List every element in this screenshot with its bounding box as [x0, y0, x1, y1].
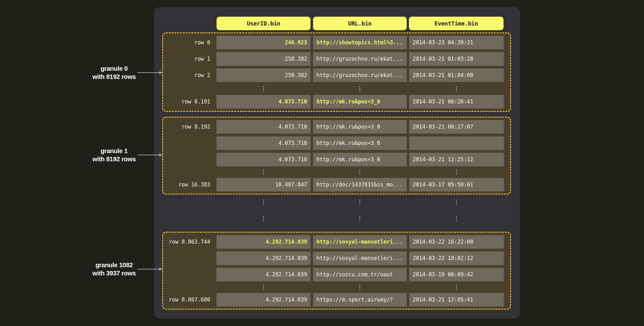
userid-cell: 4.292.714.039 — [217, 293, 311, 307]
vertical-ellipsis-icon: ⋮ — [409, 212, 504, 225]
eventtime-cell: 2014-03-21 00:26:41 — [409, 95, 504, 108]
arrow-to-granule-0 — [137, 72, 160, 73]
ellipsis-row: ⋮⋮⋮ — [163, 212, 510, 225]
row-label: row 8.192 — [163, 120, 214, 134]
granule-1-label-line: granule 1 — [73, 147, 155, 155]
row-label: row 0 — [163, 36, 214, 49]
eventtime-cell: 2014-03-22 16:22:00 — [409, 235, 504, 249]
column-header-userid-bin: UserID.bin — [217, 17, 311, 30]
table-row: 4.073.710http://mk.ru&pos=3_02014-03-21 … — [163, 153, 510, 166]
eventtime-cell: 2014-03-21 01:04:08 — [409, 69, 504, 82]
url-cell: http://doc/1437831&is_mo... — [313, 178, 407, 191]
granule-1082-label-line: with 3937 rows — [73, 269, 155, 277]
url-cell: http://sosyal-mansetleri... — [313, 251, 407, 265]
between-granules-ellipsis: ⋮⋮⋮⋮⋮⋮ — [163, 195, 510, 225]
row-label — [163, 153, 214, 166]
vertical-ellipsis-icon: ⋮ — [217, 212, 311, 225]
granule-0-label-line: granule 0 — [73, 64, 155, 73]
row-label — [163, 136, 214, 150]
row-label — [163, 212, 214, 225]
vertical-ellipsis-icon: ⋮ — [409, 284, 504, 290]
column-header-url-bin: URL.bin — [313, 17, 407, 30]
granule-1-box: row 8.1924.073.710http://mk.ru&pos=3_020… — [162, 117, 511, 195]
table-row: row 8.1914.073.710http://mk.ru&pos=3_020… — [163, 95, 510, 108]
url-cell: https://m.sport.airway/? — [313, 293, 407, 307]
eventtime-cell: 2014-03-21 00:27:07 — [409, 120, 504, 134]
url-cell: http://mk.ru&pos=3_0 — [313, 120, 407, 134]
vertical-ellipsis-icon: ⋮ — [409, 195, 504, 208]
url-cell: http://showtopics.html%3... — [313, 36, 407, 49]
granule-1082-label-line: granule 1082 — [73, 261, 155, 269]
table-row: row 2258.382http://gruzochno.ru/ekat...2… — [163, 69, 510, 82]
column-files-panel: UserID.bin URL.bin EventTime.bin ⋮⋮⋮⋮⋮⋮ … — [154, 7, 520, 318]
granules-diagram: UserID.bin URL.bin EventTime.bin ⋮⋮⋮⋮⋮⋮ … — [0, 0, 644, 326]
ellipsis-row: ⋮⋮⋮ — [163, 284, 510, 290]
row-label — [163, 284, 214, 290]
row-label: row 2 — [163, 69, 214, 82]
vertical-ellipsis-icon: ⋮ — [313, 195, 407, 208]
arrow-to-granule-1082 — [137, 269, 160, 269]
userid-cell: 10.487.847 — [217, 178, 311, 191]
row-label — [163, 268, 214, 281]
vertical-ellipsis-icon: ⋮ — [217, 195, 311, 208]
vertical-ellipsis-icon: ⋮ — [217, 169, 311, 175]
ellipsis-row: ⋮⋮⋮ — [163, 195, 510, 208]
userid-cell: 4.292.714.039 — [217, 268, 311, 281]
table-row: row 0240.923http://showtopics.html%3...2… — [163, 36, 510, 49]
eventtime-cell: 2014-03-23 04:39:21 — [409, 36, 504, 49]
table-row: 4.073.710http://mk.ru&pos=3_0 — [163, 136, 510, 150]
vertical-ellipsis-icon: ⋮ — [217, 284, 311, 290]
url-cell: http://gruzochno.ru/ekat... — [313, 69, 407, 82]
row-label — [163, 251, 214, 265]
row-label: row 8.191 — [163, 95, 214, 108]
vertical-ellipsis-icon: ⋮ — [313, 85, 407, 92]
eventtime-cell — [409, 136, 504, 150]
eventtime-cell: 2014-03-17 05:50:01 — [409, 178, 504, 191]
column-header-eventtime-bin: EventTime.bin — [409, 17, 504, 30]
vertical-ellipsis-icon: ⋮ — [313, 169, 407, 175]
url-cell: http://sozcu.com.tr/oaut — [313, 268, 407, 281]
vertical-ellipsis-icon: ⋮ — [313, 284, 407, 290]
userid-cell: 4.292.714.039 — [217, 235, 311, 249]
userid-cell: 258.382 — [217, 52, 311, 66]
granule-0-box: row 0240.923http://showtopics.html%3...2… — [162, 32, 511, 112]
vertical-ellipsis-icon: ⋮ — [217, 85, 311, 92]
row-label — [163, 169, 214, 175]
row-label: row 8.867.680 — [163, 293, 214, 307]
url-cell: http://gruzochno.ru/ekat... — [313, 52, 407, 66]
granule-1-label-line: with 8192 rows — [73, 155, 155, 163]
table-row: 4.292.714.039http://sozcu.com.tr/oaut201… — [163, 268, 510, 281]
userid-cell: 4.292.714.039 — [217, 251, 311, 265]
row-label — [163, 85, 214, 92]
eventtime-cell: 2014-03-21 01:03:28 — [409, 52, 504, 66]
arrow-to-granule-1 — [137, 155, 160, 155]
table-row: row 8.1924.073.710http://mk.ru&pos=3_020… — [163, 120, 510, 134]
granule-0-label-line: with 8192 rows — [73, 73, 155, 81]
url-cell: http://mk.ru&pos=3_0 — [313, 153, 407, 166]
table-row: 4.292.714.039http://sosyal-mansetleri...… — [163, 251, 510, 265]
eventtime-cell: 2014-03-19 00:09:42 — [409, 268, 504, 281]
row-label: row 16.383 — [163, 178, 214, 191]
vertical-ellipsis-icon: ⋮ — [313, 212, 407, 225]
table-row: row 16.38310.487.847http://doc/1437831&i… — [163, 178, 510, 191]
table-row: row 1258.382http://gruzochno.ru/ekat...2… — [163, 52, 510, 66]
eventtime-cell: 2014-03-21 12:05:41 — [409, 293, 504, 307]
url-cell: http://mk.ru&pos=3_0 — [313, 95, 407, 108]
eventtime-cell: 2014-03-22 18:02:12 — [409, 251, 504, 265]
row-label — [163, 195, 214, 208]
eventtime-cell: 2014-03-21 12:25:12 — [409, 153, 504, 166]
vertical-ellipsis-icon: ⋮ — [409, 85, 504, 92]
ellipsis-row: ⋮⋮⋮ — [163, 169, 510, 175]
userid-cell: 240.923 — [217, 36, 311, 49]
userid-cell: 258.382 — [217, 69, 311, 82]
table-row: row 8.867.6804.292.714.039https://m.spor… — [163, 293, 510, 307]
url-cell: http://sosyal-mansetleri... — [313, 235, 407, 249]
row-label: row 8.863.744 — [163, 235, 214, 249]
vertical-ellipsis-icon: ⋮ — [409, 169, 504, 175]
table-row: row 8.863.7444.292.714.039http://sosyal-… — [163, 235, 510, 249]
userid-cell: 4.073.710 — [217, 153, 311, 166]
userid-cell: 4.073.710 — [217, 120, 311, 134]
row-label: row 1 — [163, 52, 214, 66]
userid-cell: 4.073.710 — [217, 136, 311, 150]
userid-cell: 4.073.710 — [217, 95, 311, 108]
